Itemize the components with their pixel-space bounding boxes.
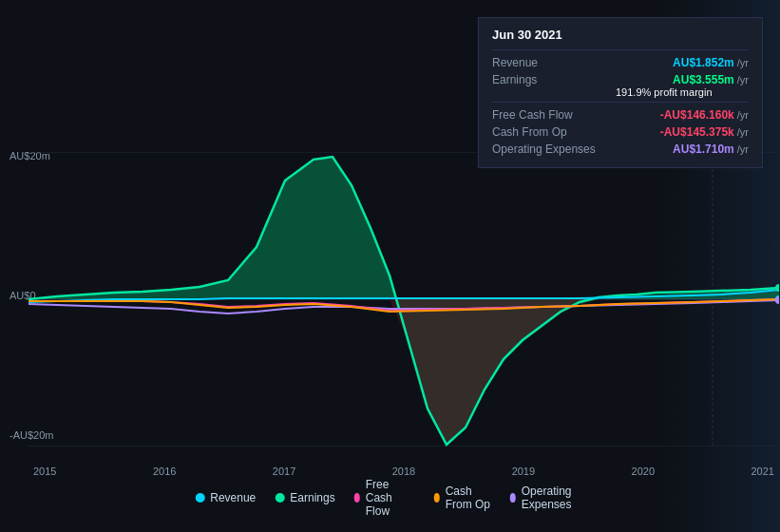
tooltip-revenue-row: Revenue AU$1.852m/yr [492,54,749,71]
tooltip-date: Jun 30 2021 [492,28,749,42]
legend-fcf-dot [354,493,360,503]
main-chart-svg [29,152,779,446]
tooltip-earnings-value: AU$3.555m/yr [673,73,749,86]
chart-legend: Revenue Earnings Free Cash Flow Cash Fro… [195,478,585,518]
legend-earnings[interactable]: Earnings [275,491,334,504]
chart-container: Jun 30 2021 Revenue AU$1.852m/yr Earning… [0,0,780,532]
legend-opex-label: Operating Expenses [522,484,585,511]
legend-cashfromop[interactable]: Cash From Op [434,484,491,511]
x-label-2019: 2019 [512,466,535,477]
legend-cashfromop-dot [434,493,440,503]
tooltip-cashfromop-value: -AU$145.375k/yr [660,125,749,139]
legend-cashfromop-label: Cash From Op [446,484,491,511]
x-label-2018: 2018 [392,466,415,477]
legend-revenue-label: Revenue [210,491,256,504]
tooltip-cashfromop-label: Cash From Op [492,125,616,139]
x-axis-labels: 2015 2016 2017 2018 2019 2020 2021 [29,466,779,477]
legend-fcf[interactable]: Free Cash Flow [354,478,415,518]
legend-fcf-label: Free Cash Flow [366,478,415,518]
tooltip-opex-value: AU$1.710m/yr [673,142,749,156]
x-label-2015: 2015 [33,466,56,477]
x-label-2016: 2016 [153,466,176,477]
legend-revenue-dot [195,493,204,503]
tooltip-cashfromop-row: Cash From Op -AU$145.375k/yr [492,124,749,141]
tooltip-revenue-value: AU$1.852m/yr [673,56,749,69]
tooltip-opex-row: Operating Expenses AU$1.710m/yr [492,141,749,158]
tooltip-fcf-row: Free Cash Flow -AU$146.160k/yr [492,106,749,124]
tooltip-fcf-label: Free Cash Flow [492,108,616,122]
tooltip-revenue-label: Revenue [492,56,616,69]
x-label-2020: 2020 [632,466,655,477]
legend-earnings-dot [275,493,284,503]
tooltip-box: Jun 30 2021 Revenue AU$1.852m/yr Earning… [478,17,763,168]
x-label-2021: 2021 [751,466,773,477]
legend-opex-dot [510,493,516,503]
legend-revenue[interactable]: Revenue [195,491,256,504]
tooltip-earnings-label: Earnings [492,73,616,86]
legend-earnings-label: Earnings [290,491,334,504]
legend-opex[interactable]: Operating Expenses [510,484,585,511]
profit-margin-text: 191.9% profit margin [616,86,749,98]
tooltip-opex-label: Operating Expenses [492,142,616,156]
tooltip-fcf-value: -AU$146.160k/yr [660,108,749,122]
x-label-2017: 2017 [273,466,295,477]
